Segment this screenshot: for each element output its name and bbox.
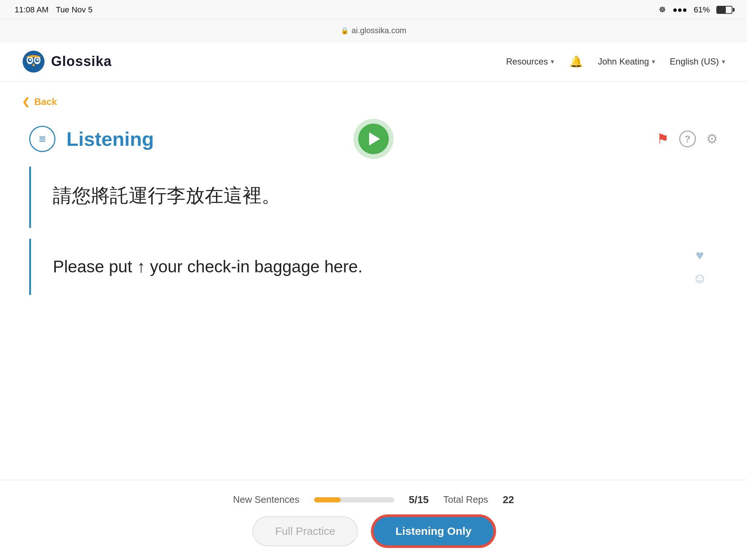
progress-row: New Sentences 5/15 Total Reps 22 (233, 494, 514, 506)
url-bar: 🔒 ai.glossika.com (0, 20, 747, 42)
user-chevron-icon: ▾ (652, 58, 655, 66)
back-button[interactable]: ❮ Back (22, 96, 725, 108)
date-display: Tue Nov 5 (56, 5, 93, 15)
wifi-icon: ☸ (659, 5, 666, 15)
svg-point-0 (23, 51, 44, 73)
signal-icon: ●●● (673, 5, 687, 15)
right-icons: ⚑ ? ⚙ (657, 131, 718, 147)
bottom-bar: New Sentences 5/15 Total Reps 22 Full Pr… (0, 480, 747, 560)
progress-bar-fill (314, 497, 341, 502)
smile-icon[interactable]: ☺ (693, 271, 707, 286)
back-section: ❮ Back (0, 82, 747, 115)
listening-only-button[interactable]: Listening Only (372, 516, 494, 547)
play-button-inner (358, 124, 389, 154)
english-sentence-card: Please put ↑ your check-in baggage here.… (29, 239, 718, 295)
svg-point-5 (29, 59, 31, 61)
language-menu[interactable]: English (US) ▾ (670, 57, 725, 67)
svg-point-6 (36, 59, 39, 61)
full-practice-button[interactable]: Full Practice (252, 516, 358, 546)
lock-icon: 🔒 (341, 27, 349, 35)
status-bar-left: 11:08 AM Tue Nov 5 (15, 5, 93, 15)
logo-owl-icon (22, 50, 45, 73)
notifications-bell-icon[interactable]: 🔔 (569, 54, 583, 69)
time-display: 11:08 AM (15, 5, 49, 15)
play-button[interactable] (353, 119, 394, 159)
user-menu[interactable]: John Keating ▾ (598, 57, 655, 67)
status-bar-right: ☸ ●●● 61% (659, 5, 732, 15)
url-display: ai.glossika.com (352, 26, 406, 35)
chinese-sentence-text: 請您將託運行李放在這裡。 (53, 181, 696, 210)
battery-percent: 61% (694, 5, 710, 15)
resources-menu[interactable]: Resources ▾ (506, 57, 554, 67)
progress-bar-container (314, 497, 394, 502)
battery-icon (716, 6, 732, 14)
help-icon[interactable]: ? (679, 131, 696, 147)
heart-icon[interactable]: ♥ (696, 248, 704, 263)
title-area: ≡ Listening (29, 126, 154, 152)
back-label: Back (34, 96, 57, 108)
page-title: Listening (66, 128, 154, 150)
english-sentence-text: Please put ↑ your check-in baggage here. (53, 253, 696, 280)
url-text: 🔒 ai.glossika.com (341, 26, 406, 35)
list-icon: ≡ (29, 126, 55, 152)
chinese-sentence-card: 請您將託運行李放在這裡。 (29, 167, 718, 228)
back-chevron-icon: ❮ (22, 96, 30, 108)
main-content: ≡ Listening ⚑ ? ⚙ 請您將託運行李放在這裡。 Please pu… (0, 115, 747, 317)
navbar: Glossika Resources ▾ 🔔 John Keating ▾ En… (0, 42, 747, 82)
language-chevron-icon: ▾ (722, 58, 725, 66)
sentence-actions: ♥ ☺ (693, 248, 707, 286)
flag-icon[interactable]: ⚑ (657, 131, 669, 147)
logo-area: Glossika (22, 50, 112, 73)
total-reps-label: Total Reps (443, 494, 488, 505)
progress-count: 5/15 (409, 494, 429, 506)
logo-text: Glossika (51, 54, 112, 69)
total-reps-count: 22 (503, 494, 514, 506)
resources-chevron-icon: ▾ (551, 58, 554, 66)
new-sentences-label: New Sentences (233, 494, 299, 505)
settings-icon[interactable]: ⚙ (706, 131, 718, 147)
header-row: ≡ Listening ⚑ ? ⚙ (29, 126, 718, 152)
nav-right: Resources ▾ 🔔 John Keating ▾ English (US… (506, 54, 725, 69)
play-triangle-icon (369, 132, 380, 145)
status-bar: 11:08 AM Tue Nov 5 ☸ ●●● 61% (0, 0, 747, 20)
btn-row: Full Practice Listening Only (252, 516, 494, 547)
